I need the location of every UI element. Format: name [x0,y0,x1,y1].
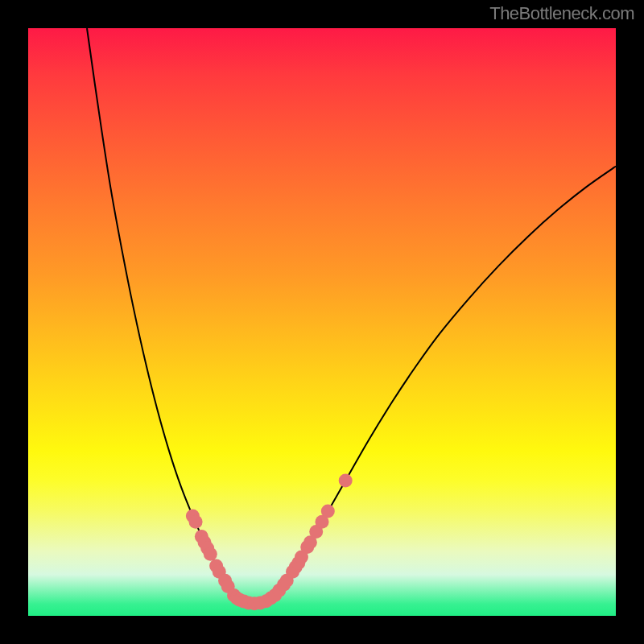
data-marker [204,547,217,561]
plot-area [28,28,616,616]
bottleneck-curve [87,28,616,604]
data-marker [189,515,203,529]
marker-group [186,474,353,611]
chart-container: TheBottleneck.com [0,0,644,644]
data-marker [321,505,335,518]
chart-svg [28,28,616,616]
data-marker [339,474,353,488]
watermark-label: TheBottleneck.com [489,3,634,24]
